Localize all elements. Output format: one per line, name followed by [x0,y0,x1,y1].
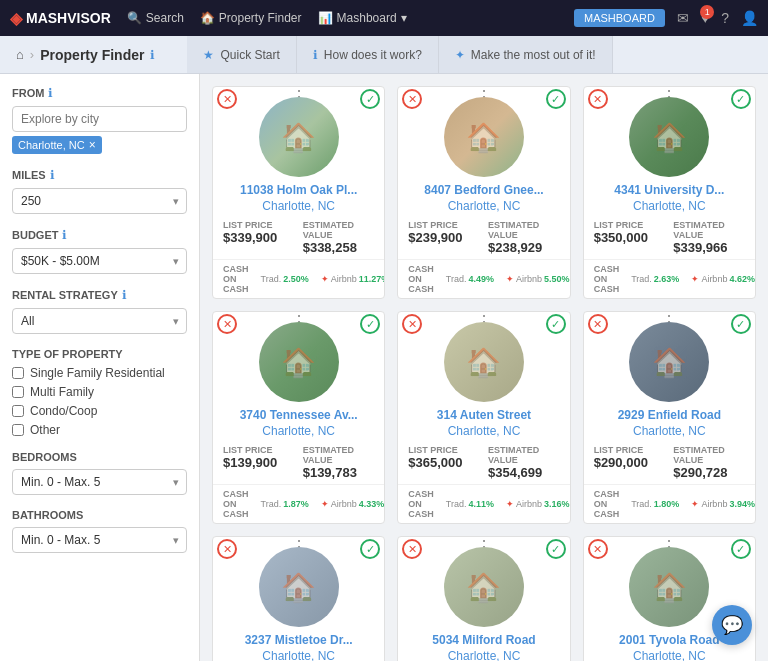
chat-button[interactable]: 💬 [712,605,752,645]
property-title[interactable]: 2929 Enfield RoadCharlotte, NC [584,402,755,441]
logo-text: MASHVISOR [26,10,111,26]
property-title[interactable]: 314 Auten StreetCharlotte, NC [398,402,569,441]
miles-select[interactable]: 250 50 100 500 [12,188,187,214]
property-card: ✕ ⋮ ✓ 🏠 2929 Enfield RoadCharlotte, NC L… [583,311,756,524]
property-image: 🏠 [444,547,524,627]
property-title[interactable]: 4341 University D...Charlotte, NC [584,177,755,216]
tag-close-icon[interactable]: × [89,138,96,152]
approve-button[interactable]: ✓ [546,539,566,559]
reject-button[interactable]: ✕ [588,314,608,334]
trad-value: 1.80% [654,499,680,509]
approve-button[interactable]: ✓ [360,89,380,109]
est-value-block: ESTIMATED VALUE $139,783 [303,445,375,480]
reject-button[interactable]: ✕ [588,539,608,559]
budget-select[interactable]: $50K - $5.00M [12,248,187,274]
est-value-value: $338,258 [303,240,375,255]
approve-button[interactable]: ✓ [731,314,751,334]
tab-make-most[interactable]: ✦ Make the most out of it! [439,36,613,73]
list-price-value: $350,000 [594,230,666,245]
rental-info-icon[interactable]: ℹ [122,288,127,302]
card-header: ✕ ⋮ ✓ 🏠 [398,537,569,627]
approve-button[interactable]: ✓ [546,314,566,334]
est-value-block: ESTIMATED VALUE $354,699 [488,445,560,480]
trad-label: Trad. [631,499,652,509]
airbnb-return: ✦ Airbnb 3.16% [506,499,570,509]
card-footer: CASH ON CASH Trad. 4.49% ✦ Airbnb 5.50% [398,259,569,298]
rental-select-wrapper: All Traditional Airbnb [12,308,187,334]
reject-button[interactable]: ✕ [217,539,237,559]
budget-label: BUDGET ℹ [12,228,187,242]
card-prices: LIST PRICE $139,900 ESTIMATED VALUE $139… [213,441,384,484]
checkbox-other[interactable]: Other [12,423,187,437]
reject-button[interactable]: ✕ [217,314,237,334]
miles-info-icon[interactable]: ℹ [50,168,55,182]
sidebar-rental-section: RENTAL STRATEGY ℹ All Traditional Airbnb [12,288,187,334]
help-icon[interactable]: ? [721,10,729,26]
bathrooms-select[interactable]: Min. 0 - Max. 5 [12,527,187,553]
tab-quick-start[interactable]: ★ Quick Start [187,36,296,73]
est-value-value: $354,699 [488,465,560,480]
mashboard-button[interactable]: MASHBOARD [574,9,665,27]
checkbox-other-input[interactable] [12,424,24,436]
user-icon[interactable]: 👤 [741,10,758,26]
list-price-label: LIST PRICE [594,445,666,455]
est-value-block: ESTIMATED VALUE $238,929 [488,220,560,255]
reject-button[interactable]: ✕ [402,539,422,559]
cash-on-cash-label: CASH ON CASH [594,489,620,519]
rental-select[interactable]: All Traditional Airbnb [12,308,187,334]
nav-property-finder[interactable]: 🏠 Property Finder [200,11,302,25]
reject-button[interactable]: ✕ [402,89,422,109]
approve-button[interactable]: ✓ [360,314,380,334]
property-title[interactable]: 5034 Milford RoadCharlotte, NC [398,627,569,661]
property-title[interactable]: 11038 Holm Oak Pl...Charlotte, NC [213,177,384,216]
info-tab-icon: ℹ [313,48,318,62]
approve-button[interactable]: ✓ [546,89,566,109]
checkbox-condo[interactable]: Condo/Coop [12,404,187,418]
sidebar-property-type-section: TYPE OF PROPERTY Single Family Residenti… [12,348,187,437]
card-footer: CASH ON CASH Trad. 2.50% ✦ Airbnb 11.27% [213,259,384,298]
airbnb-return: ✦ Airbnb 4.62% [691,274,755,284]
bathrooms-label: BATHROOMS [12,509,187,521]
nav-logo[interactable]: ◈ MASHVISOR [10,9,111,28]
checkbox-condo-input[interactable] [12,405,24,417]
reject-button[interactable]: ✕ [402,314,422,334]
checkbox-single-family-input[interactable] [12,367,24,379]
reject-button[interactable]: ✕ [588,89,608,109]
airbnb-label: Airbnb [516,274,542,284]
property-image: 🏠 [629,97,709,177]
from-info-icon[interactable]: ℹ [48,86,53,100]
breadcrumb-home-icon[interactable]: ⌂ [16,47,24,62]
topbar: ⌂ › Property Finder ℹ ★ Quick Start ℹ Ho… [0,36,768,74]
list-price-block: LIST PRICE $339,900 [223,220,295,255]
est-value-value: $139,783 [303,465,375,480]
approve-button[interactable]: ✓ [731,539,751,559]
est-value-value: $290,728 [673,465,745,480]
tab-how-it-works[interactable]: ℹ How does it work? [297,36,439,73]
budget-info-icon[interactable]: ℹ [62,228,67,242]
bedrooms-label: BEDROOMS [12,451,187,463]
nav-mashboard[interactable]: 📊 Mashboard ▾ [318,11,407,25]
approve-button[interactable]: ✓ [731,89,751,109]
property-title[interactable]: 8407 Bedford Gnee...Charlotte, NC [398,177,569,216]
card-header: ✕ ⋮ ✓ 🏠 [584,87,755,177]
airbnb-label: Airbnb [701,274,727,284]
property-title[interactable]: 3237 Mistletoe Dr...Charlotte, NC [213,627,384,661]
nav-search[interactable]: 🔍 Search [127,11,184,25]
card-footer: CASH ON CASH Trad. 2.63% ✦ Airbnb 4.62% [584,259,755,298]
property-image: 🏠 [629,322,709,402]
bedrooms-select[interactable]: Min. 0 - Max. 5 [12,469,187,495]
property-type-checkboxes: Single Family Residential Multi Family C… [12,366,187,437]
reject-button[interactable]: ✕ [217,89,237,109]
from-input[interactable] [12,106,187,132]
page-title-info-icon[interactable]: ℹ [150,48,155,62]
mail-icon[interactable]: ✉ [677,10,689,26]
list-price-label: LIST PRICE [408,445,480,455]
checkbox-multi-family-input[interactable] [12,386,24,398]
list-price-label: LIST PRICE [223,220,295,230]
property-type-label: TYPE OF PROPERTY [12,348,187,360]
property-title[interactable]: 3740 Tennessee Av...Charlotte, NC [213,402,384,441]
checkbox-multi-family[interactable]: Multi Family [12,385,187,399]
checkbox-single-family[interactable]: Single Family Residential [12,366,187,380]
approve-button[interactable]: ✓ [360,539,380,559]
heart-icon[interactable]: ♥1 [701,10,709,26]
